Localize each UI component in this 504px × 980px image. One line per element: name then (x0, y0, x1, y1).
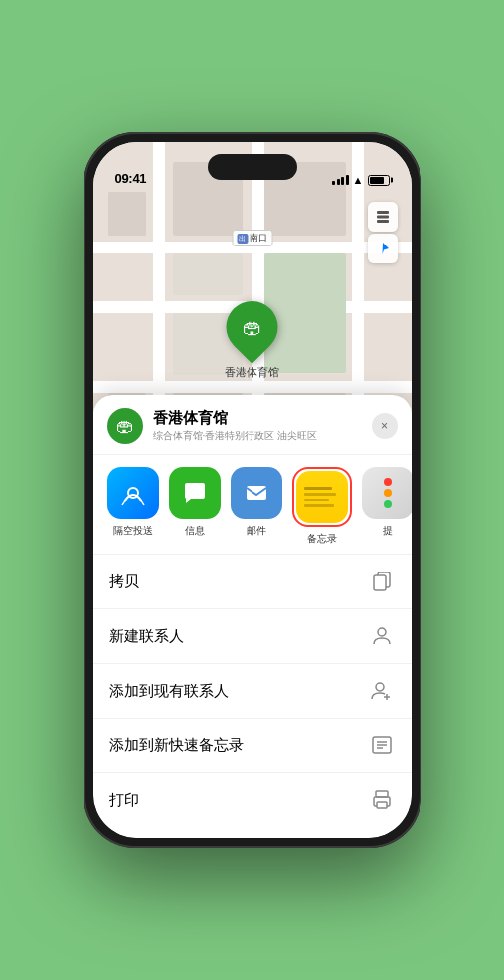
map-controls (368, 202, 398, 263)
map-block (173, 253, 243, 295)
share-item-airdrop[interactable]: 隔空投送 (107, 467, 159, 546)
new-contact-icon (368, 622, 396, 650)
share-row: 隔空投送 信息 (93, 455, 412, 555)
action-row-copy[interactable]: 拷贝 (93, 555, 412, 609)
action-label-add-contact: 添加到现有联系人 (109, 682, 229, 701)
notes-lines-wrap (296, 471, 348, 523)
more-dots (362, 467, 412, 519)
signal-bars-icon (332, 175, 349, 185)
mail-label: 邮件 (247, 524, 266, 538)
message-svg (181, 479, 209, 507)
notes-selected-border (292, 467, 352, 527)
map-location-button[interactable] (368, 234, 398, 263)
share-item-mail[interactable]: 邮件 (231, 467, 282, 546)
location-info: 香港体育馆 综合体育馆·香港特别行政区 油尖旺区 (153, 409, 372, 443)
status-icons: ▲ (332, 174, 389, 186)
location-icon: 🏟 (107, 408, 143, 444)
svg-rect-18 (377, 802, 387, 808)
notes-line (304, 493, 336, 496)
location-arrow-icon (376, 242, 390, 255)
stadium-emoji: 🏟 (116, 416, 134, 437)
svg-rect-16 (376, 791, 388, 797)
svg-rect-0 (377, 211, 389, 214)
signal-bar-3 (341, 177, 344, 185)
print-icon (368, 786, 396, 814)
pin-circle: 🏟 (216, 290, 289, 364)
airdrop-label: 隔空投送 (113, 524, 153, 538)
svg-rect-4 (247, 486, 266, 500)
notes-label: 备忘录 (307, 532, 337, 546)
svg-rect-6 (374, 575, 386, 590)
dot-green (384, 500, 392, 508)
dynamic-island (208, 154, 297, 180)
exit-box: 出 (237, 234, 248, 244)
status-time: 09:41 (115, 171, 147, 186)
notes-line (304, 499, 329, 502)
share-item-message[interactable]: 信息 (169, 467, 221, 546)
map-exit-label: 出 南口 (232, 230, 272, 246)
action-label-new-contact: 新建联系人 (109, 627, 184, 646)
location-subtitle: 综合体育馆·香港特别行政区 油尖旺区 (153, 429, 372, 443)
copy-icon (368, 568, 396, 595)
layers-icon (375, 209, 391, 225)
exit-text: 南口 (250, 232, 267, 245)
memo-svg (371, 735, 393, 756)
stadium-pin: 🏟 香港体育馆 (225, 301, 279, 380)
svg-rect-1 (377, 216, 389, 219)
airdrop-svg (119, 479, 147, 507)
action-label-print: 打印 (109, 791, 139, 810)
battery-icon (368, 175, 390, 186)
svg-point-7 (378, 628, 386, 636)
bottom-sheet: 🏟 香港体育馆 综合体育馆·香港特别行政区 油尖旺区 × (93, 395, 412, 838)
more-icon (362, 467, 412, 519)
action-label-quick-note: 添加到新快速备忘录 (109, 736, 244, 755)
signal-bar-4 (346, 175, 349, 185)
action-row-add-contact[interactable]: 添加到现有联系人 (93, 664, 412, 719)
location-name: 香港体育馆 (153, 409, 372, 428)
location-header: 🏟 香港体育馆 综合体育馆·香港特别行政区 油尖旺区 × (93, 395, 412, 455)
mail-icon (231, 467, 282, 519)
person-svg (371, 625, 393, 647)
person-add-svg (371, 680, 393, 702)
svg-point-8 (376, 683, 384, 691)
notes-line (304, 504, 335, 507)
more-label: 提 (383, 524, 393, 538)
notes-icon (296, 471, 348, 523)
airdrop-icon (107, 467, 159, 519)
svg-rect-2 (377, 220, 389, 223)
map-layers-button[interactable] (368, 202, 398, 232)
action-row-new-contact[interactable]: 新建联系人 (93, 609, 412, 664)
print-svg (371, 789, 393, 811)
map-block (108, 192, 146, 236)
share-item-more[interactable]: 提 (362, 467, 412, 546)
action-label-copy: 拷贝 (109, 572, 139, 591)
close-button[interactable]: × (372, 413, 398, 439)
phone-screen: 09:41 ▲ (93, 142, 412, 838)
phone-frame: 09:41 ▲ (84, 132, 421, 848)
signal-bar-2 (337, 179, 340, 185)
quick-note-icon (368, 732, 396, 759)
message-label: 信息 (185, 524, 205, 538)
dot-red (384, 478, 392, 486)
mail-svg (243, 479, 270, 507)
dot-orange (384, 489, 392, 497)
action-row-print[interactable]: 打印 (93, 773, 412, 818)
battery-fill (370, 177, 384, 184)
close-icon: × (381, 419, 388, 433)
action-row-quick-note[interactable]: 添加到新快速备忘录 (93, 719, 412, 773)
notes-line (304, 487, 333, 490)
copy-svg (371, 571, 393, 592)
stadium-icon: 🏟 (243, 316, 262, 339)
wifi-icon: ▲ (353, 174, 364, 186)
signal-bar-1 (332, 181, 335, 185)
add-contact-icon (368, 677, 396, 705)
share-item-notes[interactable]: 备忘录 (292, 467, 352, 546)
pin-label: 香港体育馆 (225, 365, 279, 380)
message-icon (169, 467, 221, 519)
